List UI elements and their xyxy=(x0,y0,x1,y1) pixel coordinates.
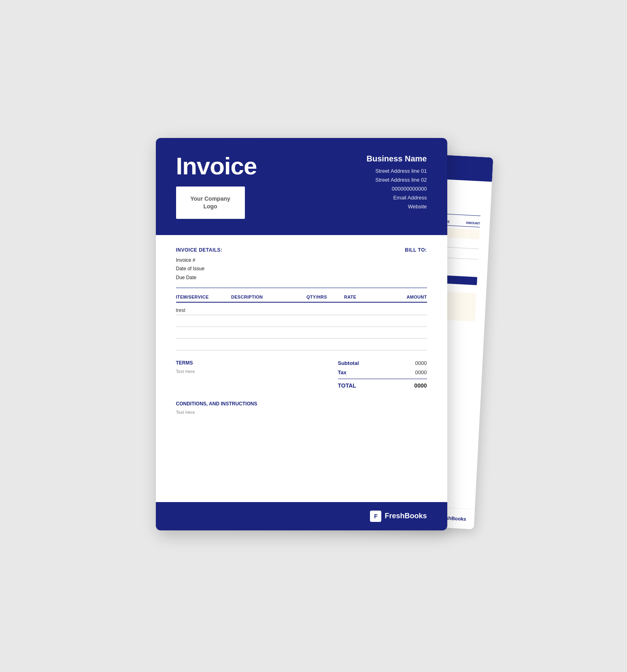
row1-item: trest xyxy=(176,302,231,315)
bill-to-label: BILL TO: xyxy=(405,247,427,253)
phone: 000000000000 xyxy=(367,184,427,193)
back-col-amount: AMOUNT xyxy=(465,221,480,225)
row4-rate xyxy=(344,339,382,350)
items-section: ITEM/SERVICE DESCRIPTION QTY/HRS RATE AM… xyxy=(176,295,427,350)
col-description: DESCRIPTION xyxy=(231,295,306,302)
row1-desc xyxy=(231,302,306,315)
invoice-body: INVOICE DETAILS: Invoice # Date of Issue… xyxy=(156,235,447,427)
col-qty: QTY/HRS xyxy=(306,295,344,302)
invoice-number-label: Invoice # xyxy=(176,256,223,265)
row3-item xyxy=(176,327,231,339)
row3-amount xyxy=(382,327,427,339)
terms-text: Text Here xyxy=(176,369,338,374)
invoice-details-left: INVOICE DETAILS: Invoice # Date of Issue… xyxy=(176,247,223,282)
row2-item xyxy=(176,315,231,327)
logo-line1: Your Company xyxy=(190,195,230,202)
table-row xyxy=(176,315,427,327)
totals-section: Subtotal 0000 Tax 0000 TOTAL 0000 xyxy=(338,360,427,389)
total-label: TOTAL xyxy=(338,382,356,389)
logo-box: Your Company Logo xyxy=(176,187,245,219)
table-row xyxy=(176,327,427,339)
col-item-service: ITEM/SERVICE xyxy=(176,295,231,302)
table-row: trest xyxy=(176,302,427,315)
row4-amount xyxy=(382,339,427,350)
street1: Street Address line 01 xyxy=(367,167,427,176)
conditions-label: CONDITIONS, AND INSTRUCTIONS xyxy=(176,401,427,407)
row2-rate xyxy=(344,315,382,327)
business-name: Business Name xyxy=(367,154,427,163)
invoice-scene: INVOICE DETAILS: Invoice # 0000 Date of … xyxy=(156,138,472,534)
tax-value: 0000 xyxy=(415,369,427,375)
street2: Street Address line 02 xyxy=(367,176,427,184)
date-of-issue-label: Date of Issue xyxy=(176,265,223,273)
row1-qty xyxy=(306,302,344,315)
freshbooks-logo: F FreshBooks xyxy=(370,511,427,522)
freshbooks-text: FreshBooks xyxy=(385,512,427,520)
row2-amount xyxy=(382,315,427,327)
row4-desc xyxy=(231,339,306,350)
tax-label: Tax xyxy=(338,369,346,375)
row3-qty xyxy=(306,327,344,339)
details-row: INVOICE DETAILS: Invoice # Date of Issue… xyxy=(176,247,427,282)
table-header-row: ITEM/SERVICE DESCRIPTION QTY/HRS RATE AM… xyxy=(176,295,427,302)
freshbooks-icon: F xyxy=(370,511,381,522)
header-right: Business Name Street Address line 01 Str… xyxy=(367,154,427,211)
terms-label: TERMS xyxy=(176,360,338,366)
invoice-footer: F FreshBooks xyxy=(156,502,447,530)
subtotal-line: Subtotal 0000 xyxy=(338,360,427,366)
bill-to-right: BILL TO: xyxy=(405,247,427,253)
due-date-label: Due Date xyxy=(176,273,223,282)
items-table: ITEM/SERVICE DESCRIPTION QTY/HRS RATE AM… xyxy=(176,295,427,350)
total-final-line: TOTAL 0000 xyxy=(338,382,427,389)
tax-line: Tax 0000 xyxy=(338,369,427,375)
row2-desc xyxy=(231,315,306,327)
invoice-details-label: INVOICE DETAILS: xyxy=(176,247,223,253)
table-row xyxy=(176,339,427,350)
row2-qty xyxy=(306,315,344,327)
subtotal-label: Subtotal xyxy=(338,360,359,366)
row4-qty xyxy=(306,339,344,350)
row1-amount xyxy=(382,302,427,315)
invoice-header: Invoice Your Company Logo Business Name … xyxy=(156,138,447,235)
invoice-front: Invoice Your Company Logo Business Name … xyxy=(156,138,447,530)
conditions-section: CONDITIONS, AND INSTRUCTIONS Text Here xyxy=(176,401,427,415)
total-divider xyxy=(338,379,427,379)
business-info: Street Address line 01 Street Address li… xyxy=(367,167,427,211)
logo-line2: Logo xyxy=(203,203,217,210)
conditions-text: Text Here xyxy=(176,410,427,415)
col-amount: AMOUNT xyxy=(382,295,427,302)
row3-rate xyxy=(344,327,382,339)
row4-item xyxy=(176,339,231,350)
terms-section: TERMS Text Here xyxy=(176,360,338,374)
divider-1 xyxy=(176,288,427,288)
bottom-section: TERMS Text Here Subtotal 0000 Tax 0000 T… xyxy=(176,360,427,389)
row1-rate xyxy=(344,302,382,315)
total-value: 0000 xyxy=(414,382,427,389)
logo-text: Your Company Logo xyxy=(190,195,230,210)
subtotal-value: 0000 xyxy=(415,360,427,366)
website: Website xyxy=(367,202,427,211)
invoice-title: Invoice xyxy=(176,154,257,178)
row3-desc xyxy=(231,327,306,339)
email: Email Address xyxy=(367,193,427,202)
col-rate: RATE xyxy=(344,295,382,302)
header-left: Invoice Your Company Logo xyxy=(176,154,257,219)
